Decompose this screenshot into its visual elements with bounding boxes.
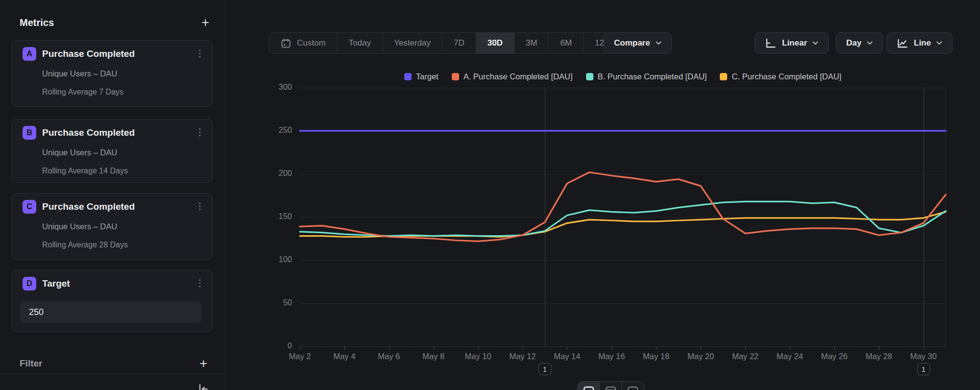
legend-label: B. Purchase Completed [DAU] — [598, 72, 707, 81]
x-axis-label: May 4 — [322, 352, 367, 361]
more-options-icon[interactable]: ⋮ — [195, 200, 205, 213]
y-axis-label: 150 — [245, 212, 292, 221]
date-range-control: Custom Today Yesterday 7D 30D 3M 6M 12M — [269, 32, 623, 54]
x-axis-label: May 16 — [589, 352, 634, 361]
filter-header-row: Filter + — [20, 356, 207, 371]
more-options-icon[interactable]: ⋮ — [195, 277, 205, 290]
range-yesterday[interactable]: Yesterday — [383, 33, 442, 53]
target-value-input[interactable]: 250 — [20, 302, 201, 323]
add-metric-button[interactable]: + — [201, 16, 209, 29]
view-details-button[interactable] — [622, 382, 644, 390]
chevron-down-icon — [812, 41, 818, 45]
legend-item[interactable]: A. Purchase Completed [DAU] — [452, 72, 573, 81]
x-axis-label: May 28 — [857, 352, 901, 361]
x-axis-label: May 6 — [367, 352, 411, 361]
y-axis-label: 300 — [245, 82, 292, 92]
range-label: Custom — [297, 38, 326, 48]
x-axis-label: May 24 — [768, 352, 812, 361]
interval-button[interactable]: Day — [836, 32, 883, 54]
scale-button[interactable]: Linear — [755, 32, 829, 54]
chevron-down-icon — [867, 41, 873, 45]
line-chart-icon — [897, 38, 908, 49]
range-6m[interactable]: 6M — [549, 33, 584, 53]
view-table-button[interactable] — [600, 382, 622, 390]
annotation-badge[interactable]: 1 — [539, 363, 551, 375]
metrics-header-row: Metrics + — [20, 15, 209, 30]
range-label: Yesterday — [394, 38, 431, 48]
compare-button[interactable]: Compare — [604, 32, 672, 54]
metric-measure: Unique Users – DAU — [42, 148, 117, 157]
x-axis-label: May 30 — [902, 352, 946, 361]
view-chart-button[interactable] — [578, 382, 600, 390]
target-title: Target — [42, 278, 70, 289]
chart-type-button[interactable]: Line — [886, 32, 953, 54]
chart-legend: TargetA. Purchase Completed [DAU]B. Purc… — [300, 71, 946, 82]
more-options-icon[interactable]: ⋮ — [195, 47, 205, 60]
x-axis-label: May 26 — [812, 352, 857, 361]
range-30d[interactable]: 30D — [476, 33, 514, 53]
range-today[interactable]: Today — [338, 33, 383, 53]
y-axis-label: 250 — [245, 125, 292, 135]
legend-label: Target — [416, 72, 439, 81]
metric-rolling-average: Rolling Average 7 Days — [42, 88, 123, 97]
y-axis-label: 0 — [245, 341, 292, 350]
line-chart-plot[interactable]: 050100150200250300May 2May 4May 6May 8Ma… — [300, 88, 946, 346]
series-line-c — [300, 212, 946, 237]
target-card[interactable]: D Target ⋮ 250 — [12, 270, 213, 332]
metric-badge-c: C — [23, 200, 36, 214]
x-axis-label: May 2 — [278, 352, 322, 361]
legend-item[interactable]: B. Purchase Completed [DAU] — [586, 72, 707, 81]
x-axis-label: May 18 — [634, 352, 678, 361]
chevron-down-icon — [656, 41, 662, 45]
metric-rolling-average: Rolling Average 28 Days — [42, 241, 128, 249]
range-3m[interactable]: 3M — [514, 33, 549, 53]
compare-label: Compare — [614, 38, 650, 48]
legend-swatch-icon — [720, 73, 727, 80]
metric-badge-a: A — [23, 47, 36, 61]
legend-item[interactable]: C. Purchase Completed [DAU] — [720, 72, 841, 81]
annotation-badge[interactable]: 1 — [917, 363, 930, 375]
calendar-icon — [280, 38, 292, 49]
x-axis-label: May 22 — [723, 352, 767, 361]
metric-badge-d: D — [23, 277, 36, 291]
y-axis-label: 50 — [245, 298, 292, 307]
range-custom[interactable]: Custom — [269, 33, 338, 53]
y-axis-label: 200 — [245, 169, 292, 178]
collapse-sidebar-icon[interactable] — [197, 383, 210, 390]
range-label: 3M — [526, 38, 538, 48]
metric-rolling-average: Rolling Average 14 Days — [42, 167, 128, 175]
legend-label: C. Purchase Completed [DAU] — [732, 72, 841, 81]
metric-title: Purchase Completed — [42, 127, 135, 138]
metric-measure: Unique Users – DAU — [42, 222, 117, 231]
metric-card-b[interactable]: B Purchase Completed ⋮ Unique Users – DA… — [12, 119, 213, 183]
metric-card-c[interactable]: C Purchase Completed ⋮ Unique Users – DA… — [12, 193, 213, 260]
chart-view-toggle — [577, 381, 644, 390]
range-label: 6M — [560, 38, 572, 48]
filter-header: Filter — [20, 358, 42, 369]
more-options-icon[interactable]: ⋮ — [195, 126, 205, 139]
sidebar-divider — [0, 373, 225, 374]
add-filter-button[interactable]: + — [199, 357, 207, 370]
metric-title: Purchase Completed — [42, 49, 135, 59]
metrics-sidebar: Metrics + A Purchase Completed ⋮ Unique … — [0, 0, 225, 390]
metric-title: Purchase Completed — [42, 201, 135, 212]
chart-type-label: Line — [914, 38, 931, 48]
x-axis-label: May 20 — [679, 352, 723, 361]
legend-item[interactable]: Target — [404, 72, 439, 81]
metric-card-a[interactable]: A Purchase Completed ⋮ Unique Users – DA… — [12, 40, 213, 107]
x-axis-label: May 10 — [456, 352, 500, 361]
x-axis-label: May 12 — [500, 352, 544, 361]
series-line-a — [300, 172, 946, 242]
scale-label: Linear — [782, 38, 807, 48]
x-axis-label: May 8 — [412, 352, 456, 361]
legend-swatch-icon — [452, 73, 459, 80]
chevron-down-icon — [936, 41, 942, 45]
range-label: 7D — [454, 38, 465, 48]
legend-label: A. Purchase Completed [DAU] — [464, 72, 573, 81]
y-axis-label: 100 — [245, 255, 292, 264]
dashboard: { "icons": { "add": "+", "more": "⋮" }, … — [0, 0, 980, 390]
range-label: Today — [349, 38, 371, 48]
range-7d[interactable]: 7D — [442, 33, 476, 53]
interval-label: Day — [846, 38, 861, 48]
axis-scale-icon — [765, 38, 776, 49]
